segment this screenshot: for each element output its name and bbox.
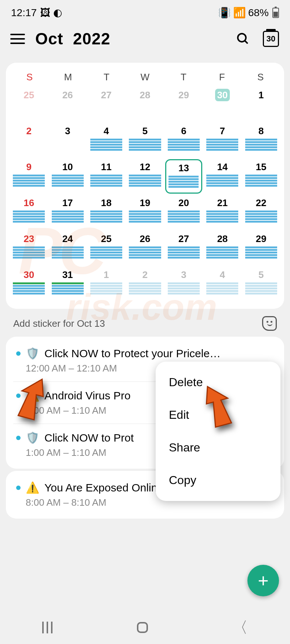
day-cell[interactable]: 12	[126, 159, 163, 194]
weekday-header: S	[10, 72, 49, 83]
day-number: 10	[60, 161, 75, 173]
menu-button[interactable]	[10, 32, 25, 46]
day-cell[interactable]: 27	[165, 231, 202, 266]
day-number: 28	[138, 89, 152, 101]
day-number: 30	[22, 268, 36, 281]
day-number: 24	[60, 233, 75, 245]
day-cell[interactable]: 1	[243, 87, 280, 122]
day-cell[interactable]: 18	[88, 195, 125, 230]
day-cell[interactable]: 23	[10, 231, 47, 266]
event-icon: 🛡️	[26, 347, 39, 360]
day-cell[interactable]: 2	[10, 123, 47, 158]
day-number: 25	[99, 233, 114, 245]
day-cell[interactable]: 5	[126, 123, 163, 158]
day-cell[interactable]: 21	[204, 195, 241, 230]
day-number: 5	[254, 268, 268, 281]
day-cell[interactable]: 24	[49, 231, 86, 266]
day-cell[interactable]: 28	[126, 87, 163, 122]
day-number: 2	[138, 268, 152, 281]
day-number: 2	[22, 125, 36, 137]
day-cell[interactable]: 2	[126, 267, 163, 301]
nav-home[interactable]	[137, 622, 148, 633]
day-cell[interactable]: 6	[165, 123, 202, 158]
day-cell[interactable]: 15	[243, 159, 280, 194]
day-cell[interactable]: 3	[49, 123, 86, 158]
day-cell[interactable]: 3	[165, 267, 202, 301]
day-cell[interactable]: 27	[88, 87, 125, 122]
day-number: 18	[99, 197, 114, 209]
weekday-header: T	[164, 72, 203, 83]
day-number: 22	[254, 197, 268, 209]
day-cell[interactable]: 10	[49, 159, 86, 194]
day-cell[interactable]: 29	[243, 231, 280, 266]
event-dot	[16, 436, 21, 440]
day-cell[interactable]: 8	[243, 123, 280, 158]
vibrate-icon: 📳	[218, 7, 231, 19]
day-number: 20	[176, 197, 191, 209]
day-cell[interactable]: 16	[10, 195, 47, 230]
sticker-label: Add sticker for Oct 13	[13, 318, 105, 329]
image-icon: 🖼	[41, 9, 49, 17]
battery-percent: 68%	[248, 7, 269, 19]
day-cell[interactable]: 30	[10, 267, 47, 301]
day-cell[interactable]: 5	[243, 267, 280, 301]
day-cell[interactable]: 26	[49, 87, 86, 122]
card-icon: ◐	[54, 9, 62, 17]
day-cell[interactable]: 25	[10, 87, 47, 122]
event-dot	[16, 486, 21, 490]
day-cell[interactable]: 4	[88, 123, 125, 158]
day-cell[interactable]: 1	[88, 267, 125, 301]
weekday-header: M	[49, 72, 87, 83]
day-number: 16	[22, 197, 36, 209]
day-cell[interactable]: 17	[49, 195, 86, 230]
day-number: 21	[215, 197, 230, 209]
day-cell[interactable]: 11	[88, 159, 125, 194]
day-number: 5	[138, 125, 152, 137]
day-number: 8	[254, 125, 268, 137]
nav-back[interactable]: 〈	[232, 617, 248, 638]
day-cell[interactable]: 13	[165, 159, 202, 194]
svg-line-1	[245, 41, 248, 44]
day-cell[interactable]: 29	[165, 87, 202, 122]
event-title: Android Virus Pro	[44, 389, 131, 402]
day-number: 27	[176, 233, 191, 245]
day-cell[interactable]: 26	[126, 231, 163, 266]
month-year-title[interactable]: Oct 2022	[35, 30, 224, 48]
day-cell[interactable]: 20	[165, 195, 202, 230]
day-number: 1	[254, 89, 268, 101]
weekday-header: F	[203, 72, 241, 83]
day-cell[interactable]: 4	[204, 267, 241, 301]
day-cell[interactable]: 31	[49, 267, 86, 301]
weekday-header: S	[241, 72, 280, 83]
search-button[interactable]	[234, 30, 252, 48]
day-number: 29	[254, 233, 268, 245]
menu-item-copy[interactable]: Copy	[156, 464, 280, 497]
day-number: 6	[176, 125, 191, 137]
day-cell[interactable]: 14	[204, 159, 241, 194]
day-number: 9	[22, 161, 36, 173]
add-event-fab[interactable]: +	[247, 565, 279, 596]
day-cell[interactable]: 25	[88, 231, 125, 266]
event-icon: 🛡️	[26, 431, 39, 444]
day-number: 19	[138, 197, 152, 209]
event-icon: ⚠️	[26, 481, 39, 494]
day-cell[interactable]: 30	[204, 87, 241, 122]
calendar-grid: SMTWTFS 25262728293012345678910111213141…	[6, 63, 284, 309]
today-button[interactable]: 30	[262, 30, 280, 48]
day-cell[interactable]: 22	[243, 195, 280, 230]
status-bar: 12:17 🖼 ◐ 📳 📶 68%	[0, 0, 290, 22]
add-sticker-row[interactable]: Add sticker for Oct 13	[0, 312, 290, 334]
day-number: 26	[138, 233, 152, 245]
plus-icon: +	[258, 570, 268, 591]
day-cell[interactable]: 28	[204, 231, 241, 266]
day-cell[interactable]: 7	[204, 123, 241, 158]
day-cell[interactable]: 9	[10, 159, 47, 194]
day-number: 27	[99, 89, 114, 101]
day-number: 30	[215, 89, 230, 101]
menu-item-share[interactable]: Share	[156, 431, 280, 464]
day-number: 3	[60, 125, 75, 137]
day-cell[interactable]: 19	[126, 195, 163, 230]
nav-recent[interactable]	[42, 622, 52, 633]
day-number: 31	[60, 268, 75, 281]
status-time: 12:17	[11, 7, 37, 19]
